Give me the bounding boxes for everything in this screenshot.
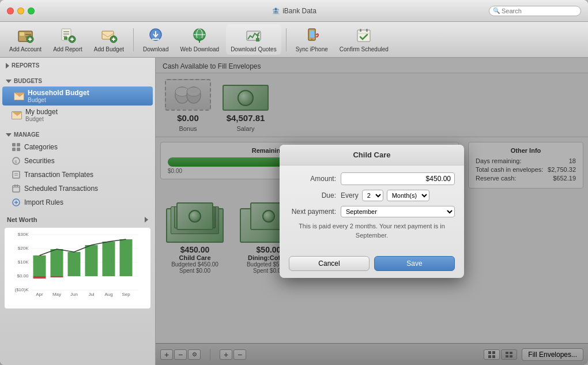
svg-text:($10)K: ($10)K xyxy=(14,287,29,292)
manage-header[interactable]: MANAGE xyxy=(0,129,155,140)
svg-rect-65 xyxy=(103,242,115,276)
securities-icon: $ xyxy=(12,156,21,165)
next-payment-label: Next payment: xyxy=(289,208,341,216)
amount-label: Amount: xyxy=(289,175,341,183)
sidebar-item-import-rules[interactable]: Import Rules xyxy=(0,195,155,209)
due-unit-select[interactable]: Month(s) Week(s) Year(s) xyxy=(387,190,429,201)
amount-input[interactable] xyxy=(341,172,455,185)
close-button[interactable] xyxy=(7,7,14,14)
net-worth-toggle-icon xyxy=(145,217,148,223)
sidebar-item-my-budget[interactable]: My budget Budget xyxy=(0,106,155,125)
add-account-button[interactable]: Add Account xyxy=(5,24,46,55)
web-download-button[interactable]: Web Download xyxy=(176,24,224,55)
svg-text:Jun: Jun xyxy=(70,292,78,297)
envelope-icon xyxy=(14,92,24,100)
svg-rect-1 xyxy=(20,32,24,36)
search-input[interactable] xyxy=(502,7,577,14)
sidebar-item-transaction-templates[interactable]: Transaction Templates xyxy=(0,168,155,182)
net-worth-section: Net Worth $30K $20K $10K $0.00 ($10)K xyxy=(0,212,155,313)
svg-text:$30K: $30K xyxy=(18,232,29,237)
net-worth-chart: $30K $20K $10K $0.00 ($10)K xyxy=(5,228,150,308)
budgets-section: BUDGETS Household Budget Budget My budge… xyxy=(0,73,155,127)
confirm-scheduled-button[interactable]: Confirm Scheduled xyxy=(335,24,393,55)
search-bar[interactable]: 🔍 xyxy=(489,6,581,16)
sidebar-item-household-budget[interactable]: Household Budget Budget xyxy=(2,86,153,106)
svg-rect-35 xyxy=(12,143,16,146)
download-quotes-icon xyxy=(244,27,263,45)
item-text-2: My budget Budget xyxy=(25,108,58,122)
modal-body: Amount: Due: Every 1 2 3 xyxy=(280,165,464,251)
download-quotes-label: Download Quotes xyxy=(231,46,277,52)
svg-text:$10K: $10K xyxy=(18,259,29,265)
download-label: Download xyxy=(143,46,168,52)
svg-rect-46 xyxy=(14,185,16,187)
svg-rect-67 xyxy=(33,276,46,279)
svg-text:Jul: Jul xyxy=(88,292,94,297)
window-controls xyxy=(7,7,35,14)
toolbar: Add Account Add Report Add Budget Downlo… xyxy=(0,22,588,58)
manage-section: MANAGE Categories $ Securities Transacti… xyxy=(0,127,155,212)
add-report-icon xyxy=(58,27,77,45)
main-area: REPORTS BUDGETS Household Budget Budget xyxy=(0,58,588,365)
web-download-icon xyxy=(190,27,209,45)
download-button[interactable]: Download xyxy=(138,24,173,55)
window-title: 🏦 iBank Data xyxy=(272,7,316,15)
next-payment-select[interactable]: January February March April May June Ju… xyxy=(341,206,455,217)
sidebar-item-securities[interactable]: $ Securities xyxy=(0,154,155,168)
envelope-icon-2 xyxy=(12,111,22,119)
net-worth-header[interactable]: Net Worth xyxy=(2,214,153,225)
svg-rect-44 xyxy=(13,186,20,192)
svg-rect-33 xyxy=(366,29,368,32)
modal-overlay: Child Care Amount: Due: Every 1 xyxy=(156,58,588,365)
manage-toggle-icon xyxy=(6,133,12,137)
categories-icon xyxy=(12,142,21,152)
reports-section: REPORTS xyxy=(0,58,155,73)
budgets-toggle-icon xyxy=(6,80,12,83)
svg-rect-68 xyxy=(51,276,63,277)
app-window: 🏦 iBank Data 🔍 Add Account Add Report Ad… xyxy=(0,0,588,365)
svg-rect-66 xyxy=(120,239,133,276)
svg-text:$0.00: $0.00 xyxy=(17,273,29,279)
svg-rect-31 xyxy=(357,30,370,42)
add-report-button[interactable]: Add Report xyxy=(48,24,87,55)
child-care-modal: Child Care Amount: Due: Every 1 xyxy=(280,145,464,278)
add-account-label: Add Account xyxy=(9,46,42,52)
add-budget-icon xyxy=(100,27,118,45)
add-budget-button[interactable]: Add Budget xyxy=(89,24,129,55)
sync-iphone-icon xyxy=(303,27,321,45)
add-budget-label: Add Budget xyxy=(94,46,124,52)
add-account-icon xyxy=(16,27,35,45)
import-rules-icon xyxy=(12,198,21,207)
download-quotes-button[interactable]: Download Quotes xyxy=(226,24,281,55)
svg-text:Sep: Sep xyxy=(122,292,130,297)
confirm-scheduled-icon xyxy=(355,27,373,45)
svg-text:$: $ xyxy=(14,159,17,164)
sidebar: REPORTS BUDGETS Household Budget Budget xyxy=(0,58,156,365)
reports-header[interactable]: REPORTS xyxy=(0,60,155,71)
budgets-header[interactable]: BUDGETS xyxy=(0,76,155,86)
web-download-label: Web Download xyxy=(180,46,220,52)
due-number-select[interactable]: 1 2 3 xyxy=(362,190,383,201)
svg-text:Aug: Aug xyxy=(104,292,112,297)
add-report-label: Add Report xyxy=(53,46,82,52)
sep-2 xyxy=(286,28,287,51)
due-every-label: Every xyxy=(341,191,359,200)
svg-rect-63 xyxy=(68,252,81,276)
svg-text:May: May xyxy=(52,292,61,297)
minimize-button[interactable] xyxy=(17,7,24,14)
sidebar-item-categories[interactable]: Categories xyxy=(0,140,155,154)
modal-title: Child Care xyxy=(280,145,464,165)
svg-rect-41 xyxy=(13,171,20,178)
svg-point-30 xyxy=(311,39,312,40)
svg-rect-64 xyxy=(85,245,98,276)
sidebar-item-scheduled-transactions[interactable]: Scheduled Transactions xyxy=(0,182,155,195)
svg-rect-38 xyxy=(17,148,20,151)
maximize-button[interactable] xyxy=(28,7,35,14)
svg-rect-62 xyxy=(51,249,63,276)
cancel-button[interactable]: Cancel xyxy=(289,256,370,271)
titlebar: 🏦 iBank Data 🔍 xyxy=(0,0,588,22)
svg-text:$20K: $20K xyxy=(18,246,29,251)
save-button[interactable]: Save xyxy=(374,256,455,271)
sync-iphone-button[interactable]: Sync iPhone xyxy=(291,24,333,55)
svg-rect-61 xyxy=(33,255,46,276)
